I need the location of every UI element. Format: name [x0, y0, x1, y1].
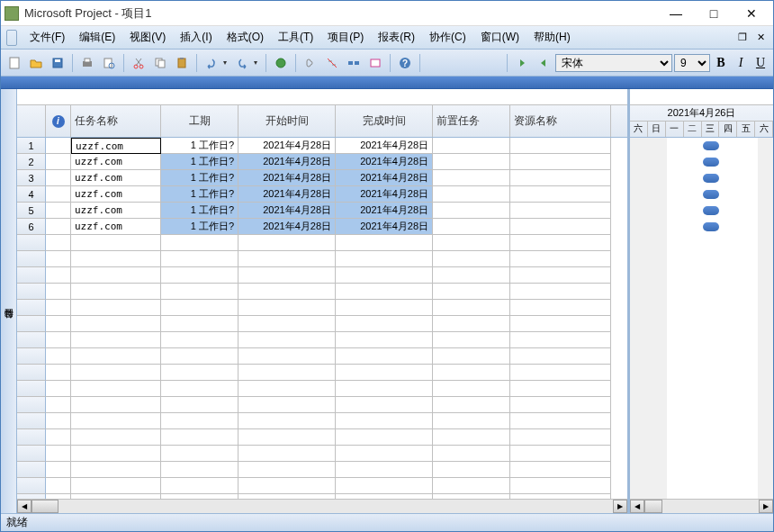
bold-button[interactable]: B — [712, 54, 730, 72]
header-duration[interactable]: 工期 — [161, 105, 238, 137]
minimize-button[interactable]: — — [658, 4, 694, 23]
cell-finish[interactable]: 2021年4月28日 — [336, 219, 433, 235]
cell-duration[interactable]: 1 工作日? — [161, 170, 238, 186]
task-info-button[interactable] — [365, 53, 385, 73]
cell-info[interactable] — [46, 284, 71, 300]
menu-report[interactable]: 报表(R) — [371, 27, 422, 48]
cell-name[interactable] — [71, 235, 161, 251]
cell-name[interactable]: uzzf.com — [71, 219, 161, 235]
cell-info[interactable] — [46, 446, 71, 462]
cell-name[interactable]: uzzf.com — [71, 154, 161, 170]
cell-start[interactable] — [238, 365, 336, 381]
cell-duration[interactable]: 1 工作日? — [161, 138, 238, 154]
menu-format[interactable]: 格式(O) — [220, 27, 271, 48]
row-number[interactable]: 1 — [17, 138, 46, 154]
cell-pred[interactable] — [433, 170, 510, 186]
header-name[interactable]: 任务名称 — [71, 105, 161, 137]
table-row[interactable] — [17, 235, 627, 251]
cell-start[interactable]: 2021年4月28日 — [238, 154, 336, 170]
table-row[interactable]: 5uzzf.com1 工作日?2021年4月28日2021年4月28日 — [17, 203, 627, 219]
row-number[interactable]: 2 — [17, 154, 46, 170]
cell-name[interactable] — [71, 267, 161, 284]
table-row[interactable] — [17, 348, 627, 365]
cell-info[interactable] — [46, 138, 71, 154]
cell-duration[interactable] — [161, 429, 238, 446]
cell-info[interactable] — [46, 316, 71, 332]
cell-resource[interactable] — [510, 446, 611, 462]
menu-insert[interactable]: 插入(I) — [173, 27, 219, 48]
header-pred[interactable]: 前置任务 — [433, 105, 510, 137]
cell-resource[interactable] — [510, 203, 611, 219]
cell-resource[interactable] — [510, 348, 611, 365]
cell-finish[interactable]: 2021年4月28日 — [336, 186, 433, 203]
header-info[interactable]: i — [46, 105, 71, 137]
scroll-right-button[interactable]: ▶ — [613, 500, 627, 513]
cell-resource[interactable] — [510, 365, 611, 381]
cell-duration[interactable] — [161, 251, 238, 267]
header-resource[interactable]: 资源名称 — [510, 105, 611, 137]
table-row[interactable] — [17, 381, 627, 397]
scroll-track[interactable] — [58, 500, 613, 513]
cell-name[interactable]: uzzf.com — [71, 203, 161, 219]
cell-finish[interactable] — [336, 348, 433, 365]
cell-start[interactable] — [238, 332, 336, 348]
cell-start[interactable] — [238, 494, 336, 499]
cell-duration[interactable]: 1 工作日? — [161, 186, 238, 203]
cell-resource[interactable] — [510, 300, 611, 316]
cell-name[interactable] — [71, 316, 161, 332]
cell-pred[interactable] — [433, 332, 510, 348]
cell-duration[interactable] — [161, 235, 238, 251]
cell-pred[interactable] — [433, 186, 510, 203]
cell-start[interactable] — [238, 284, 336, 300]
cell-info[interactable] — [46, 186, 71, 203]
cell-name[interactable] — [71, 397, 161, 413]
row-number[interactable]: 4 — [17, 186, 46, 203]
cell-finish[interactable] — [336, 494, 433, 499]
cell-start[interactable] — [238, 397, 336, 413]
gantt-bar[interactable] — [703, 174, 719, 183]
cell-resource[interactable] — [510, 251, 611, 267]
cell-resource[interactable] — [510, 413, 611, 429]
row-number[interactable] — [17, 365, 46, 381]
menu-tools[interactable]: 工具(T) — [271, 27, 320, 48]
cell-name[interactable] — [71, 381, 161, 397]
cell-name[interactable] — [71, 429, 161, 446]
cell-duration[interactable]: 1 工作日? — [161, 154, 238, 170]
cell-start[interactable] — [238, 316, 336, 332]
gantt-header[interactable]: 2021年4月26日 六日一二三四五六 — [630, 105, 773, 138]
grid-scroll-h[interactable]: ◀ ▶ — [17, 499, 627, 513]
gantt-bar[interactable] — [703, 206, 719, 215]
table-row[interactable] — [17, 494, 627, 499]
table-row[interactable] — [17, 478, 627, 494]
split-task-button[interactable] — [344, 53, 364, 73]
italic-button[interactable]: I — [732, 54, 750, 72]
cell-start[interactable] — [238, 462, 336, 478]
cell-resource[interactable] — [510, 429, 611, 446]
cell-resource[interactable] — [510, 316, 611, 332]
menu-help[interactable]: 帮助(H) — [526, 27, 578, 48]
mdi-close-icon[interactable]: ✕ — [753, 32, 768, 44]
gantt-scroll-h[interactable]: ◀ ▶ — [630, 499, 773, 513]
cell-name[interactable]: uzzf.com — [71, 138, 161, 154]
cell-start[interactable] — [238, 381, 336, 397]
cell-duration[interactable] — [161, 494, 238, 499]
row-number[interactable] — [17, 332, 46, 348]
cell-start[interactable]: 2021年4月28日 — [238, 219, 336, 235]
cell-duration[interactable] — [161, 397, 238, 413]
cell-duration[interactable] — [161, 478, 238, 494]
cell-info[interactable] — [46, 154, 71, 170]
cell-name[interactable] — [71, 478, 161, 494]
cell-finish[interactable] — [336, 478, 433, 494]
cell-info[interactable] — [46, 462, 71, 478]
cell-info[interactable] — [46, 219, 71, 235]
indent-left-button[interactable] — [512, 53, 532, 73]
cell-finish[interactable] — [336, 413, 433, 429]
cell-info[interactable] — [46, 429, 71, 446]
mdi-restore-icon[interactable]: ❐ — [735, 32, 750, 44]
row-number[interactable] — [17, 235, 46, 251]
cell-resource[interactable] — [510, 267, 611, 284]
cell-name[interactable] — [71, 462, 161, 478]
cell-name[interactable] — [71, 332, 161, 348]
maximize-button[interactable]: □ — [696, 4, 732, 23]
cell-name[interactable] — [71, 365, 161, 381]
